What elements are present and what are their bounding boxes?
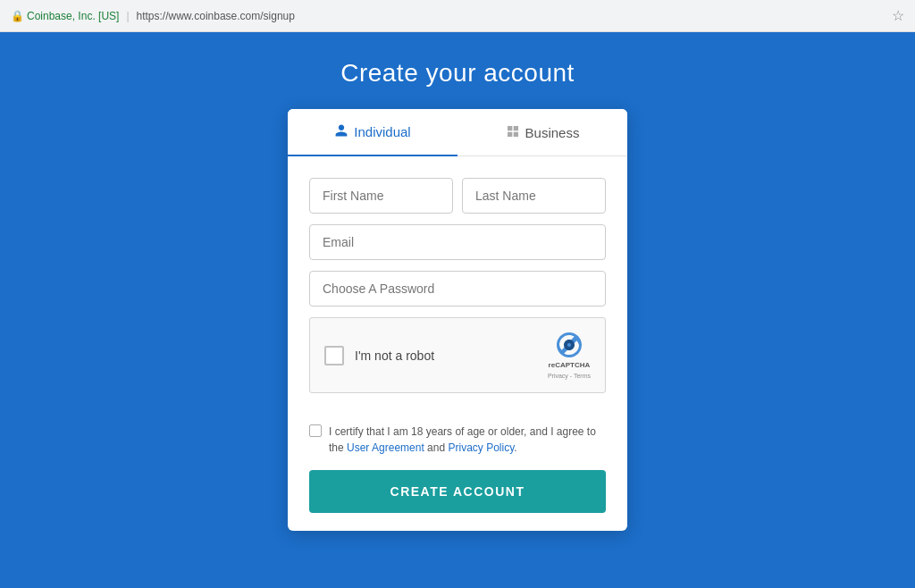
recaptcha-left: I'm not a robot: [324, 346, 434, 365]
url-bar[interactable]: https://www.coinbase.com/signup: [137, 10, 295, 22]
grid-icon: [506, 124, 520, 141]
lock-icon: 🔒: [11, 10, 24, 22]
tab-business[interactable]: Business: [458, 109, 627, 155]
recaptcha-terms-text: Privacy - Terms: [548, 372, 591, 380]
terms-row: I certify that I am 18 years of age or o…: [288, 411, 627, 463]
user-agreement-link[interactable]: User Agreement: [347, 441, 424, 454]
person-icon: [334, 123, 348, 140]
terms-checkbox[interactable]: [309, 424, 322, 437]
tab-individual-label: Individual: [354, 124, 410, 139]
tab-business-label: Business: [525, 125, 580, 140]
recaptcha-branding: reCAPTCHA Privacy - Terms: [548, 331, 591, 380]
separator: |: [126, 10, 129, 22]
page-title: Create your account: [340, 59, 575, 88]
email-input[interactable]: [309, 224, 606, 260]
form-area: I'm not a robot reCAPTCHA Privacy - Term…: [288, 156, 627, 411]
terms-and: and: [427, 441, 445, 454]
recaptcha-logo-icon: [555, 331, 583, 359]
account-type-tabs: Individual Business: [288, 109, 627, 156]
bookmark-icon[interactable]: ☆: [892, 7, 904, 24]
site-name: Coinbase, Inc. [US]: [27, 10, 119, 22]
password-input[interactable]: [309, 271, 606, 307]
terms-text: I certify that I am 18 years of age or o…: [329, 424, 606, 456]
last-name-input[interactable]: [462, 178, 606, 214]
recaptcha-checkbox[interactable]: [324, 346, 344, 365]
privacy-policy-link[interactable]: Privacy Policy: [448, 441, 514, 454]
create-account-button[interactable]: CREATE ACCOUNT: [309, 470, 606, 513]
recaptcha-label: I'm not a robot: [355, 349, 434, 363]
security-indicator: 🔒 Coinbase, Inc. [US]: [11, 10, 119, 22]
main-page: Create your account Individual: [0, 32, 915, 588]
name-row: [309, 178, 606, 214]
first-name-input[interactable]: [309, 178, 453, 214]
period: .: [514, 441, 516, 454]
recaptcha-widget[interactable]: I'm not a robot reCAPTCHA Privacy - Term…: [309, 317, 606, 393]
tab-individual[interactable]: Individual: [288, 109, 458, 156]
browser-bar: 🔒 Coinbase, Inc. [US] | https://www.coin…: [0, 0, 915, 32]
recaptcha-brand-text: reCAPTCHA: [549, 361, 591, 370]
signup-card: Individual Business: [288, 109, 627, 531]
